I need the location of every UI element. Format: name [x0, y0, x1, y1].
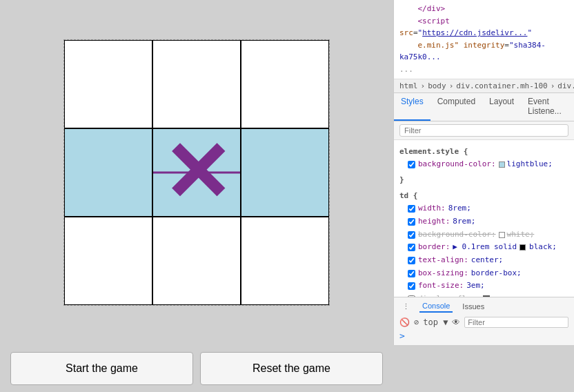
console-eye-icon[interactable]: 👁 [452, 317, 460, 327]
tab-layout[interactable]: Layout [482, 93, 521, 121]
prop-border: border: ▶ 0.1rem solid black; [399, 241, 568, 254]
breadcrumb-sep-2: › [449, 81, 454, 90]
tab-issues[interactable]: Issues [459, 301, 487, 312]
console-top-select[interactable]: top ▼ [423, 317, 448, 327]
game-cell-0-2[interactable] [241, 40, 329, 128]
prop-text-align: text-align: center; [399, 254, 568, 267]
main-area: ✕ </div> <script src="https://cdn.jsdeli… [0, 0, 574, 345]
devtools-code: </div> <script src="https://cdn.jsdelivr… [394, 0, 574, 79]
devtools-panel: </div> <script src="https://cdn.jsdelivr… [393, 0, 574, 345]
x-mark: ✕ [162, 125, 232, 221]
devtools-console: ⋮ Console Issues 🚫 ⊘ top ▼ 👁 > [394, 297, 574, 345]
start-game-button[interactable]: Start the game [10, 352, 193, 385]
devtools-styles-panel: element.style { background-color: lightb… [394, 140, 574, 297]
prop-width-checkbox[interactable] [408, 205, 415, 213]
black-swatch [519, 244, 526, 251]
breadcrumb-html[interactable]: html [399, 81, 418, 90]
prop-bg-color-element: background-color: lightblue; [399, 158, 568, 171]
breadcrumb-div-ro[interactable]: div.ro... [557, 81, 574, 90]
game-panel: ✕ [0, 0, 393, 345]
code-line-3: e.min.js" integrity="sha384-ka75k0... [399, 39, 568, 63]
white-swatch [499, 232, 505, 238]
tab-computed[interactable]: Computed [430, 93, 482, 121]
three-dots-icon[interactable]: ⋮ [399, 301, 413, 313]
tab-event-listeners[interactable]: Event Listene... [521, 93, 574, 121]
prop-font-size: font-size: 3em; [399, 280, 568, 293]
prop-border-checkbox[interactable] [408, 244, 415, 251]
game-cell-2-1[interactable] [152, 217, 241, 305]
code-line-2: <script src="https://cdn.jsdelivr..." [399, 15, 568, 39]
game-cell-2-0[interactable] [64, 217, 152, 305]
prop-bg-color-td: background-color: white; [399, 228, 568, 242]
styles-filter-input[interactable] [399, 124, 568, 137]
console-filter-icon[interactable]: ⊘ [414, 317, 419, 327]
tab-console[interactable]: Console [419, 300, 453, 313]
prop-bg-color-element-checkbox[interactable] [408, 161, 415, 168]
game-cell-1-1[interactable]: ✕ [152, 128, 241, 217]
prop-bg-color-td-checkbox[interactable] [408, 231, 415, 239]
console-filter-input[interactable] [464, 317, 568, 328]
console-clear-icon[interactable]: 🚫 [399, 317, 410, 327]
game-cell-2-2[interactable] [241, 217, 329, 305]
prop-box-sizing-checkbox[interactable] [408, 270, 415, 277]
lightblue-swatch [499, 161, 505, 168]
td-rule-header: td { [399, 190, 568, 203]
devtools-breadcrumb: html › body › div.container.mh-100 › div… [394, 79, 574, 93]
prop-font-size-checkbox[interactable] [408, 282, 415, 290]
game-grid: ✕ [63, 39, 330, 306]
prop-height: height: 8rem; [399, 215, 568, 228]
element-style-header: element.style { [399, 146, 568, 159]
breadcrumb-body[interactable]: body [428, 81, 446, 90]
breadcrumb-sep-1: › [421, 81, 426, 90]
tab-styles[interactable]: Styles [394, 93, 430, 121]
element-style-close: } [399, 174, 568, 187]
game-cell-0-0[interactable] [64, 40, 152, 128]
code-line-1: </div> [399, 3, 568, 15]
prop-height-checkbox[interactable] [408, 218, 415, 226]
console-prompt[interactable]: > [399, 329, 568, 342]
prop-width: width: 8rem; [399, 202, 568, 215]
prop-box-sizing: box-sizing: border-box; [399, 267, 568, 280]
breadcrumb-sep-3: › [551, 81, 555, 90]
console-tabs: ⋮ Console Issues [399, 300, 568, 313]
game-cell-0-1[interactable] [152, 40, 241, 128]
game-cell-1-2[interactable] [241, 128, 329, 217]
console-toolbar: 🚫 ⊘ top ▼ 👁 [399, 315, 568, 329]
button-bar: Start the game Reset the game [0, 345, 393, 392]
devtools-filter [394, 121, 574, 140]
game-cell-1-0[interactable] [64, 128, 152, 217]
breadcrumb-container[interactable]: div.container.mh-100 [456, 81, 547, 90]
prop-text-align-checkbox[interactable] [408, 257, 415, 264]
devtools-tabs: Styles Computed Layout Event Listene... [394, 93, 574, 121]
code-line-dots: ... [399, 63, 568, 76]
reset-game-button[interactable]: Reset the game [200, 352, 383, 385]
